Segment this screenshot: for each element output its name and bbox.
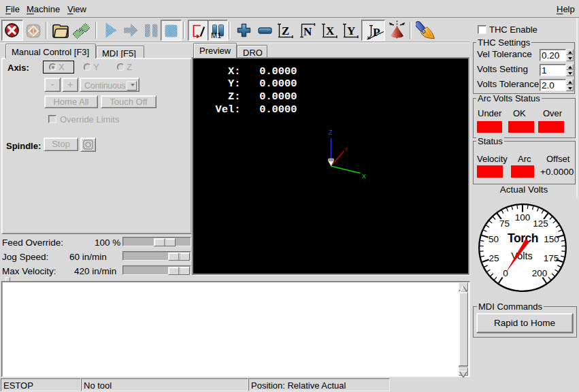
svg-text:100: 100 [515,212,531,223]
svg-text:X: X [362,173,366,180]
svg-text:200: 200 [532,268,548,278]
svg-text:150: 150 [544,234,559,244]
svg-text:175: 175 [544,253,559,263]
svg-text:Z: Z [329,129,333,137]
svg-text:P: P [373,25,380,39]
svg-text:X: X [326,24,335,37]
svg-text:Y: Y [345,146,348,152]
svg-text:75: 75 [499,218,510,229]
svg-text:Y: Y [347,24,355,37]
svg-text:0: 0 [503,268,508,278]
svg-text:Torch: Torch [508,231,538,245]
svg-text:M1: M1 [211,31,221,39]
svg-text:25: 25 [489,253,499,263]
svg-text:125: 125 [533,218,548,229]
svg-text:50: 50 [489,234,499,244]
svg-text:N: N [303,25,312,38]
svg-text:Z: Z [282,24,289,37]
